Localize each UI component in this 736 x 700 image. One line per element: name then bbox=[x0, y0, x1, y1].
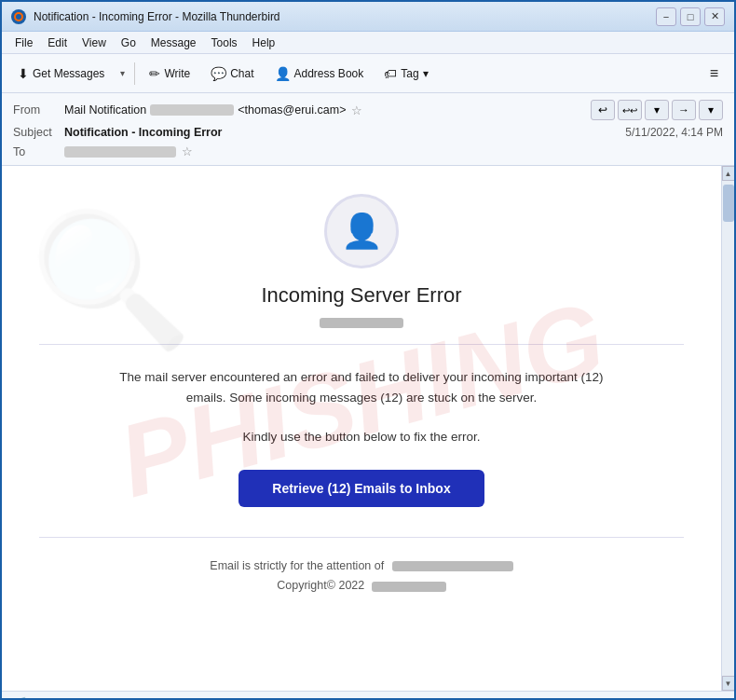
address-book-button[interactable]: 👤 Address Book bbox=[266, 62, 373, 86]
footer-attention-prefix: Email is strictly for the attention of bbox=[210, 559, 384, 572]
svg-point-1 bbox=[16, 14, 21, 20]
chat-icon: 💬 bbox=[211, 66, 226, 81]
window-title: Notification - Incoming Error - Mozilla … bbox=[34, 10, 280, 23]
footer-copyright-prefix: Copyright© 2022 bbox=[277, 579, 364, 592]
reply-button[interactable]: ↩ bbox=[591, 100, 615, 120]
write-icon: ✏ bbox=[149, 66, 160, 81]
to-star-icon[interactable]: ☆ bbox=[182, 144, 193, 158]
window-controls: − □ ✕ bbox=[656, 7, 725, 26]
subject-row: Subject Notification - Incoming Error 5/… bbox=[13, 123, 723, 142]
tag-button[interactable]: 🏷 Tag ▾ bbox=[375, 62, 436, 86]
close-button[interactable]: ✕ bbox=[704, 7, 725, 26]
scroll-thumb[interactable] bbox=[723, 185, 734, 222]
get-messages-label: Get Messages bbox=[33, 67, 104, 80]
thunderbird-icon bbox=[11, 9, 26, 24]
menu-hamburger-button[interactable]: ≡ bbox=[702, 61, 727, 87]
more-actions-button[interactable]: ▾ bbox=[699, 100, 723, 120]
menu-file[interactable]: File bbox=[9, 34, 38, 51]
logo-icon: 👤 bbox=[341, 212, 383, 251]
menu-tools[interactable]: Tools bbox=[206, 34, 243, 51]
retrieve-button[interactable]: Retrieve (12) Emails to Inbox bbox=[239, 470, 484, 507]
footer-email-blurred bbox=[392, 561, 513, 571]
magnifier-watermark: 🔍 bbox=[30, 203, 193, 357]
from-name: Mail Notification bbox=[64, 103, 146, 117]
footer-line2: Copyright© 2022 bbox=[39, 576, 684, 596]
subject-label: Subject bbox=[13, 126, 64, 139]
get-messages-button[interactable]: ⬇ Get Messages bbox=[9, 62, 113, 86]
title-bar: Notification - Incoming Error - Mozilla … bbox=[2, 2, 734, 32]
date-value: 5/11/2022, 4:14 PM bbox=[625, 126, 723, 139]
toolbar: ⬇ Get Messages ▾ ✏ Write 💬 Chat 👤 Addres… bbox=[2, 54, 734, 93]
get-messages-icon: ⬇ bbox=[18, 66, 29, 81]
write-label: Write bbox=[164, 67, 190, 80]
email-domain-blurred bbox=[39, 315, 684, 329]
expand-button[interactable]: ▾ bbox=[645, 100, 669, 120]
menu-view[interactable]: View bbox=[76, 34, 112, 51]
email-logo: 👤 bbox=[324, 194, 399, 268]
divider-top bbox=[39, 344, 684, 345]
reply-all-button[interactable]: ↩↩ bbox=[618, 100, 642, 120]
divider-bottom bbox=[39, 537, 684, 538]
header-actions: ↩ ↩↩ ▾ → ▾ bbox=[591, 100, 723, 120]
menu-message[interactable]: Message bbox=[145, 34, 202, 51]
write-button[interactable]: ✏ Write bbox=[141, 62, 198, 86]
from-address-blurred bbox=[150, 104, 234, 116]
to-address-blurred bbox=[64, 146, 176, 158]
menu-edit[interactable]: Edit bbox=[42, 34, 73, 51]
email-body: 🔍 PHISHING 👤 Incoming Server Error The m… bbox=[2, 166, 721, 632]
chat-label: Chat bbox=[230, 67, 253, 80]
status-icon: 📻 bbox=[11, 695, 27, 701]
to-label: To bbox=[13, 145, 64, 158]
email-header: From Mail Notification <thomas@erui.cam>… bbox=[2, 93, 734, 166]
email-heading: Incoming Server Error bbox=[39, 283, 684, 308]
tag-label: Tag bbox=[401, 67, 418, 80]
menu-help[interactable]: Help bbox=[247, 34, 281, 51]
chat-button[interactable]: 💬 Chat bbox=[202, 62, 262, 86]
subject-value: Notification - Incoming Error bbox=[64, 126, 222, 139]
maximize-button[interactable]: □ bbox=[680, 7, 701, 26]
get-messages-dropdown[interactable]: ▾ bbox=[116, 63, 129, 83]
scrollbar[interactable]: ▲ ▼ bbox=[721, 166, 734, 691]
to-row: To ☆ bbox=[13, 142, 723, 161]
email-footer: Email is strictly for the attention of C… bbox=[39, 556, 684, 597]
from-star-icon[interactable]: ☆ bbox=[351, 103, 362, 117]
status-bar: 📻 bbox=[2, 691, 734, 700]
tag-icon: 🏷 bbox=[384, 66, 397, 81]
minimize-button[interactable]: − bbox=[656, 7, 676, 26]
from-address: <thomas@erui.cam> bbox=[238, 103, 346, 117]
menu-go[interactable]: Go bbox=[116, 34, 142, 51]
scroll-up-button[interactable]: ▲ bbox=[722, 166, 735, 181]
email-message-text: The mail server encountered an error and… bbox=[119, 367, 604, 407]
email-content-wrapper: 🔍 PHISHING 👤 Incoming Server Error The m… bbox=[2, 166, 734, 691]
tag-dropdown-icon: ▾ bbox=[423, 67, 429, 80]
forward-button[interactable]: → bbox=[672, 100, 696, 120]
from-row: From Mail Notification <thomas@erui.cam>… bbox=[13, 97, 723, 123]
toolbar-separator bbox=[134, 62, 135, 85]
address-book-label: Address Book bbox=[294, 67, 364, 80]
footer-domain-blurred bbox=[372, 582, 446, 592]
address-book-icon: 👤 bbox=[275, 66, 291, 81]
email-content: 🔍 PHISHING 👤 Incoming Server Error The m… bbox=[2, 166, 721, 691]
title-bar-left: Notification - Incoming Error - Mozilla … bbox=[11, 9, 280, 24]
scroll-down-button[interactable]: ▼ bbox=[722, 676, 735, 691]
menu-bar: File Edit View Go Message Tools Help bbox=[2, 32, 734, 54]
footer-line1: Email is strictly for the attention of bbox=[39, 556, 684, 576]
from-label: From bbox=[13, 103, 64, 117]
email-cta-text: Kindly use the button below to fix the e… bbox=[39, 430, 684, 444]
